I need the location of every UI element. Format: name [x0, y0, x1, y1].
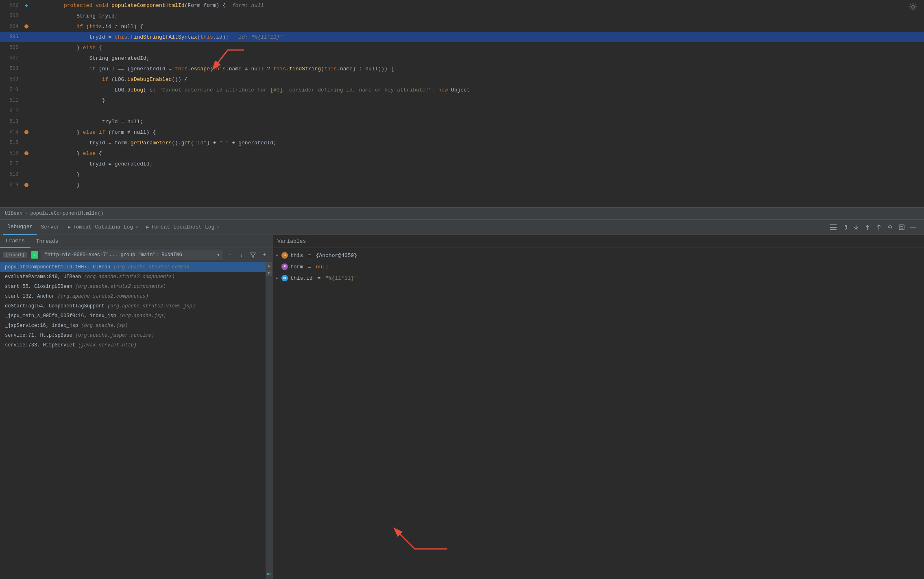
line-number-509: 509	[0, 76, 22, 82]
toolbar-evaluate-icon[interactable]	[897, 223, 906, 232]
line-number-502: 502	[0, 2, 22, 8]
frame-method-4: doStartTag:54, ComponentTagSupport	[5, 303, 107, 309]
svg-rect-8	[899, 225, 904, 230]
filter-button[interactable]	[248, 250, 257, 259]
frame-item-6[interactable]: _jspService:16, index_jsp (org.apache.js…	[0, 321, 266, 331]
local-badge: [local]	[3, 252, 27, 258]
line-number-513: 513	[0, 119, 22, 124]
code-line-510: 510 LOG.debug( s: "Cannot determine id a…	[0, 85, 924, 95]
line-number-506: 506	[0, 45, 22, 50]
variables-list: ▶ C this = {Anchor@4659} ▶ P form = null	[272, 248, 924, 579]
catalina-icon: ▶	[68, 224, 71, 230]
tab-debugger-label: Debugger	[7, 224, 33, 230]
toolbar-step-over-icon[interactable]	[840, 223, 849, 232]
step-up-button[interactable]: ↑	[226, 250, 235, 259]
frame-class-2: (org.apache.struts2.components)	[75, 284, 166, 290]
frame-item-3[interactable]: start:132, Anchor (org.apache.struts2.co…	[0, 292, 266, 301]
frame-item-1[interactable]: evaluateParams:819, UIBean (org.apache.s…	[0, 272, 266, 282]
expand-this[interactable]: ▶	[276, 253, 281, 258]
frame-item-8[interactable]: service:733, HttpServlet (javax.servlet.…	[0, 340, 266, 350]
frame-item-0[interactable]: populateComponentHtmlId:1007, UIBean (or…	[0, 262, 266, 272]
variables-title: Variables	[277, 238, 306, 244]
add-button[interactable]: +	[260, 250, 269, 259]
scroll-down-btn[interactable]: ▼	[266, 270, 272, 276]
thread-selector-row: [local] ✓ "http-nio-8080-exec-7"... grou…	[0, 248, 272, 262]
var-equals-form: =	[305, 264, 314, 270]
gutter-504	[22, 24, 31, 28]
code-line-502: 502 ◆ protected void populateComponentHt…	[0, 0, 924, 11]
infinity-scroll: ∞	[267, 276, 270, 579]
var-icon-thisid: ∞	[281, 275, 288, 281]
tab-localhost-close[interactable]: ✕	[217, 224, 220, 230]
tab-catalina[interactable]: ▶ Tomcat Catalina Log ✕	[64, 220, 142, 235]
tab-localhost[interactable]: ▶ Tomcat Localhost Log ✕	[142, 220, 224, 235]
line-number-519: 519	[0, 182, 22, 188]
var-equals-thisid: =	[314, 275, 324, 281]
frame-class-6: (org.apache.jsp)	[81, 323, 128, 329]
var-row-thisid: ▶ ∞ this.id = "%{11*11}"	[272, 272, 924, 284]
panel-tab-threads[interactable]: Threads	[31, 235, 64, 248]
frame-item-4[interactable]: doStartTag:54, ComponentTagSupport (org.…	[0, 301, 266, 311]
svg-rect-2	[830, 224, 837, 225]
svg-point-11	[911, 226, 912, 228]
breadcrumb-method: populateComponentHtmlId()	[30, 211, 103, 216]
expand-thisid[interactable]: ▶	[276, 276, 281, 281]
svg-point-12	[913, 226, 914, 228]
toolbar-step-out-icon[interactable]	[863, 223, 872, 232]
expand-form: ▶	[276, 264, 281, 269]
debug-arrow-icon: ◆	[25, 2, 28, 9]
breadcrumb-class: UIBean	[5, 211, 22, 216]
gutter-514	[22, 130, 31, 134]
line-number-504: 504	[0, 24, 22, 29]
toolbar-step-into-icon[interactable]	[852, 223, 861, 232]
line-number-507: 507	[0, 55, 22, 61]
breadcrumb-bar: UIBean › populateComponentHtmlId()	[0, 207, 924, 219]
toolbar-more-icon[interactable]	[909, 223, 917, 232]
tab-server[interactable]: Server	[37, 220, 64, 235]
main-layout: 502 ◆ protected void populateComponentHt…	[0, 0, 924, 579]
frame-class-3: (org.apache.struts2.components)	[58, 294, 148, 299]
line-number-516: 516	[0, 150, 22, 156]
chevron-down-icon: ▼	[217, 253, 220, 257]
frame-class-4: (org.apache.struts2.views.jsp)	[107, 303, 195, 309]
right-panel: Variables ▶ C this = {Anchor@4659} ▶ P	[272, 235, 924, 579]
frames-scroll-container: populateComponentHtmlId:1007, UIBean (or…	[0, 262, 272, 579]
breakpoint-514[interactable]	[24, 130, 28, 134]
frame-method-3: start:132, Anchor	[5, 294, 58, 299]
line-number-517: 517	[0, 161, 22, 167]
code-lines: 502 ◆ protected void populateComponentHt…	[0, 0, 924, 190]
var-name-this: this	[290, 252, 303, 259]
toolbar-menu-icon[interactable]	[829, 223, 838, 232]
debug-inner: Frames Threads [local] ✓	[0, 235, 924, 579]
frames-scrollbar: ▲ ▼ ∞	[266, 262, 272, 579]
line-number-512: 512	[0, 108, 22, 114]
breakpoint-519[interactable]	[24, 183, 28, 187]
frame-method-0: populateComponentHtmlId:1007, UIBean	[5, 264, 113, 270]
frame-item-7[interactable]: service:71, HttpJspBase (org.apache.jasp…	[0, 331, 266, 340]
step-down-button[interactable]: ↓	[237, 250, 246, 259]
thread-dropdown[interactable]: "http-nio-8080-exec-7"... group "main": …	[41, 250, 223, 260]
tab-catalina-close[interactable]: ✕	[135, 224, 138, 230]
gutter-519	[22, 183, 31, 187]
svg-point-13	[915, 226, 916, 228]
scroll-up-btn[interactable]: ▲	[266, 262, 272, 269]
settings-icon[interactable]	[909, 2, 917, 13]
tab-debugger[interactable]: Debugger	[3, 220, 37, 235]
code-line-505: 505 tryId = this.findStringIfAltSyntax(t…	[0, 32, 924, 42]
line-number-508: 508	[0, 66, 22, 72]
toolbar-reset-icon[interactable]	[886, 223, 895, 232]
panel-tab-frames[interactable]: Frames	[0, 235, 31, 248]
toolbar-resume-icon[interactable]	[874, 223, 883, 232]
var-icon-form: P	[281, 263, 288, 270]
gutter-502: ◆	[22, 2, 31, 9]
frame-class-5: (org.apache.jsp)	[119, 313, 166, 319]
breakpoint-504[interactable]	[24, 24, 28, 28]
line-number-511: 511	[0, 98, 22, 103]
var-name-form: form	[290, 264, 303, 270]
breakpoint-516[interactable]	[24, 151, 28, 155]
thread-dropdown-label: "http-nio-8080-exec-7"... group "main": …	[44, 252, 182, 258]
code-line-519: 519 }	[0, 180, 924, 190]
frame-item-2[interactable]: start:55, ClosingUIBean (org.apache.stru…	[0, 282, 266, 292]
frame-item-5[interactable]: _jspx_meth_s_005fa_005f0:16, index_jsp (…	[0, 311, 266, 321]
panel-tab-frames-label: Frames	[6, 238, 25, 244]
